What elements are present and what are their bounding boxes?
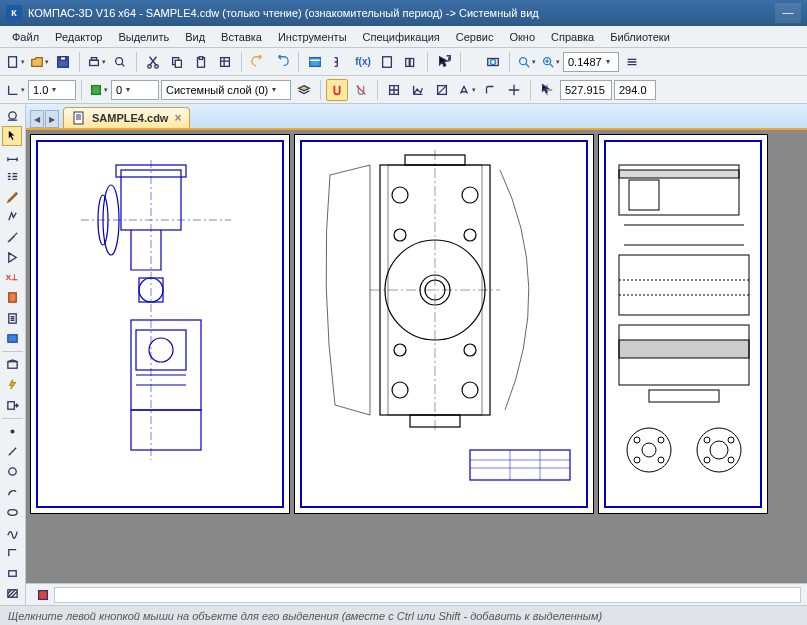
- undo-button[interactable]: [247, 51, 269, 73]
- zoom-dyn-button[interactable]: [539, 51, 561, 73]
- spec-icon[interactable]: [2, 288, 22, 307]
- manager-button[interactable]: [304, 51, 326, 73]
- edit-icon[interactable]: [2, 187, 22, 206]
- state-button[interactable]: [87, 79, 109, 101]
- layers-button[interactable]: [293, 79, 315, 101]
- preview-button[interactable]: [109, 51, 131, 73]
- window-title: КОМПАС-3D V16 x64 - SAMPLE4.cdw (только …: [28, 7, 773, 19]
- svg-point-6: [148, 64, 152, 68]
- grid-button[interactable]: [383, 79, 405, 101]
- coord-cursor-button[interactable]: [536, 79, 558, 101]
- tab-prev-button[interactable]: ◀: [30, 110, 44, 128]
- svg-rect-0: [8, 56, 16, 67]
- tree-button[interactable]: [328, 51, 350, 73]
- new-button[interactable]: [4, 51, 26, 73]
- svg-rect-33: [8, 570, 15, 576]
- measure-icon[interactable]: [2, 228, 22, 247]
- line-icon[interactable]: [2, 442, 22, 461]
- assoc-button[interactable]: [431, 79, 453, 101]
- print-button[interactable]: [85, 51, 107, 73]
- toolbar-current-state: 1.0 0 Системный слой (0) 527.915 294.0: [0, 76, 807, 104]
- views-icon[interactable]: [2, 355, 22, 374]
- svg-point-55: [394, 344, 406, 356]
- cut-button[interactable]: [142, 51, 164, 73]
- zoom-list-button[interactable]: [621, 51, 643, 73]
- svg-rect-16: [410, 58, 414, 66]
- step-field[interactable]: 1.0: [28, 80, 76, 100]
- geometry-icon[interactable]: [2, 106, 22, 125]
- menu-libraries[interactable]: Библиотеки: [602, 29, 678, 45]
- param-button[interactable]: [455, 79, 477, 101]
- toolbar-standard: f(x) ? 0.1487: [0, 48, 807, 76]
- menu-service[interactable]: Сервис: [448, 29, 502, 45]
- sheet-button[interactable]: [376, 51, 398, 73]
- polygon-icon[interactable]: [2, 563, 22, 582]
- select-cursor-icon[interactable]: [2, 126, 22, 145]
- axis-button[interactable]: [503, 79, 525, 101]
- round-button[interactable]: [479, 79, 501, 101]
- copy-button[interactable]: [166, 51, 188, 73]
- snap-global-button[interactable]: [326, 79, 348, 101]
- drawing-sheet-3: [598, 134, 768, 514]
- zoom-value-field[interactable]: 0.1487: [563, 52, 619, 72]
- svg-rect-3: [89, 60, 98, 65]
- help-cursor-button[interactable]: ?: [433, 51, 455, 73]
- tool-palette: X⊥: [0, 104, 26, 605]
- redo-button[interactable]: [271, 51, 293, 73]
- designation-icon[interactable]: [2, 167, 22, 186]
- coord-x-field[interactable]: 527.915: [560, 80, 612, 100]
- menu-view[interactable]: Вид: [177, 29, 213, 45]
- xt-icon[interactable]: X⊥: [2, 268, 22, 287]
- document-tab[interactable]: SAMPLE4.cdw ×: [63, 107, 190, 128]
- origin-button[interactable]: [407, 79, 429, 101]
- svg-rect-81: [39, 590, 48, 599]
- svg-point-77: [704, 437, 710, 443]
- menu-help[interactable]: Справка: [543, 29, 602, 45]
- menu-spec[interactable]: Спецификация: [355, 29, 448, 45]
- menu-tools[interactable]: Инструменты: [270, 29, 355, 45]
- minimize-button[interactable]: —: [775, 3, 801, 23]
- select-ops-icon[interactable]: [2, 248, 22, 267]
- save-button[interactable]: [52, 51, 74, 73]
- command-input[interactable]: [54, 587, 801, 603]
- open-button[interactable]: [28, 51, 50, 73]
- props-button[interactable]: [214, 51, 236, 73]
- tab-next-button[interactable]: ▶: [45, 110, 59, 128]
- stop-icon[interactable]: [32, 584, 54, 606]
- menu-window[interactable]: Окно: [501, 29, 543, 45]
- spline-icon[interactable]: [2, 523, 22, 542]
- snap-toggle-button[interactable]: [350, 79, 372, 101]
- tab-close-button[interactable]: ×: [174, 111, 181, 125]
- point-icon[interactable]: [2, 422, 22, 441]
- insert-icon[interactable]: [2, 329, 22, 348]
- exit-icon[interactable]: [2, 395, 22, 414]
- canvas[interactable]: [26, 130, 807, 583]
- paste-button[interactable]: [190, 51, 212, 73]
- svg-point-58: [462, 382, 478, 398]
- arc-icon[interactable]: [2, 482, 22, 501]
- zoom-window-button[interactable]: [515, 51, 537, 73]
- dimensions-icon[interactable]: [2, 147, 22, 166]
- svg-rect-45: [131, 410, 201, 450]
- bolt-icon[interactable]: [2, 375, 22, 394]
- library-button[interactable]: [400, 51, 422, 73]
- num-field[interactable]: 0: [111, 80, 159, 100]
- layer-field[interactable]: Системный слой (0): [161, 80, 291, 100]
- params-icon[interactable]: [2, 207, 22, 226]
- hatch-icon[interactable]: [2, 584, 22, 603]
- ortho-button[interactable]: [4, 79, 26, 101]
- rect-icon[interactable]: [2, 543, 22, 562]
- menu-insert[interactable]: Вставка: [213, 29, 270, 45]
- menu-editor[interactable]: Редактор: [47, 29, 110, 45]
- vars-button[interactable]: f(x): [352, 51, 374, 73]
- ellipse-icon[interactable]: [2, 503, 22, 522]
- menu-file[interactable]: Файл: [4, 29, 47, 45]
- circle-icon[interactable]: [2, 462, 22, 481]
- menu-select[interactable]: Выделить: [110, 29, 177, 45]
- svg-rect-2: [60, 56, 65, 60]
- svg-point-73: [634, 457, 640, 463]
- coord-y-field[interactable]: 294.0: [614, 80, 656, 100]
- reports-icon[interactable]: [2, 309, 22, 328]
- zoom-fit-button[interactable]: [482, 51, 504, 73]
- svg-rect-61: [470, 450, 570, 480]
